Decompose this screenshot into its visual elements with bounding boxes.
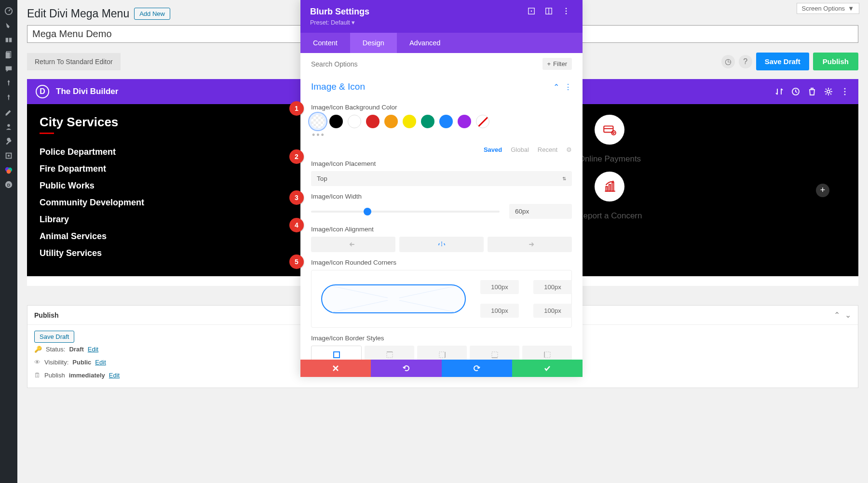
colors-recent-tab[interactable]: Recent [538,146,557,153]
svg-text:D: D [7,183,11,188]
divi-logo-icon: D [36,85,49,98]
svg-rect-33 [387,352,393,358]
gear-small-icon[interactable]: ⚙ [566,146,572,153]
align-center-button[interactable] [399,237,484,252]
placement-select[interactable]: Top ⇅ [311,171,572,186]
pin2-icon[interactable] [0,91,17,105]
undo-button[interactable] [371,360,441,377]
expand-icon[interactable] [528,7,538,17]
align-right-button[interactable] [488,237,572,252]
border-top-button[interactable] [365,346,414,360]
plugin-icon[interactable] [0,148,17,163]
pages-icon[interactable] [0,47,17,62]
copilot-icon[interactable] [0,163,17,177]
callout-5: 5 [289,255,304,269]
section-title: Image & Icon [311,81,553,92]
dashboard-icon[interactable] [0,4,17,18]
save-draft-box-button[interactable]: Save Draft [34,331,74,343]
comments-icon[interactable] [0,62,17,76]
callout-2: 2 [289,149,304,164]
search-options-input[interactable] [311,60,542,68]
media-icon[interactable] [0,33,17,47]
wp-admin-sidebar: D [0,0,17,398]
border-bottom-button[interactable] [470,346,519,360]
dock-icon[interactable] [545,7,556,17]
appearance-icon[interactable] [0,105,17,120]
svg-point-14 [827,90,830,93]
post-icon[interactable] [0,18,17,33]
preset-selector[interactable]: Preset: Default ▾ [310,19,573,26]
swatch-yellow[interactable] [403,115,416,128]
swatch-red[interactable] [366,115,380,128]
kebab-icon[interactable] [840,87,850,96]
link-corners-toggle[interactable] [321,284,466,313]
credit-card-icon [595,115,624,145]
svg-point-16 [844,91,846,93]
svg-point-5 [7,124,10,127]
svg-point-30 [566,10,567,12]
slider-thumb[interactable] [364,208,371,215]
screen-options-button[interactable]: Screen Options ▼ [797,3,859,14]
svg-point-10 [7,169,11,174]
swatch-none[interactable] [476,115,489,128]
save-draft-button[interactable]: Save Draft [756,53,809,70]
chevron-up-icon[interactable]: ⌃ [834,310,840,320]
redo-button[interactable] [442,360,512,377]
border-all-button[interactable] [311,346,362,360]
return-standard-editor-button[interactable]: Return To Standard Editor [27,53,121,70]
corner-top-left-input[interactable]: 100px [480,280,519,294]
tab-design[interactable]: Design [350,33,397,53]
border-right-button[interactable] [417,346,467,360]
gear-icon[interactable] [824,87,833,96]
border-left-button[interactable] [522,346,572,360]
callout-3: 3 [289,190,304,205]
tools-icon[interactable] [0,134,17,148]
colors-global-tab[interactable]: Global [511,146,529,153]
swatch-white[interactable] [348,115,361,128]
swatch-orange[interactable] [384,115,398,128]
divi-icon[interactable]: D [0,177,17,192]
width-slider[interactable] [311,211,500,213]
colors-saved-tab[interactable]: Saved [484,146,502,153]
kebab-icon[interactable] [562,7,573,17]
settings-panel: Blurb Settings Preset: Default ▾ Content… [300,0,583,377]
tab-advanced[interactable]: Advanced [397,33,453,53]
chevron-down-icon[interactable]: ⌄ [845,310,851,320]
status-edit-link[interactable]: Edit [88,346,98,353]
trash-icon[interactable] [807,87,817,96]
add-new-button[interactable]: Add New [134,8,170,20]
collapse-icon[interactable]: ⌃ [553,82,559,92]
swatch-purple[interactable] [458,115,471,128]
clock-icon[interactable]: ◷ [721,55,735,68]
corner-bottom-right-input[interactable]: 100px [533,304,572,318]
publish-button[interactable]: Publish [813,53,858,70]
filter-button[interactable]: +Filter [542,58,572,70]
eye-icon: 👁 [34,359,41,366]
swatch-black[interactable] [329,115,343,128]
swatch-selected[interactable] [311,115,325,128]
align-left-button[interactable] [311,237,395,252]
confirm-button[interactable] [512,360,583,377]
section-kebab-icon[interactable]: ⋮ [564,82,572,92]
more-colors-icon[interactable]: ••• [311,128,572,142]
swatch-blue[interactable] [439,115,453,128]
pin-icon[interactable] [0,76,17,91]
visibility-edit-link[interactable]: Edit [95,359,106,366]
cancel-button[interactable] [300,360,371,377]
callout-1: 1 [289,101,304,116]
history-icon[interactable] [791,87,800,96]
add-module-button[interactable]: + [816,184,829,197]
help-icon[interactable]: ? [739,55,752,68]
corner-bottom-left-input[interactable]: 100px [480,304,519,318]
publish-date-value: immediately [69,372,105,379]
width-value-input[interactable]: 60px [509,204,572,219]
tab-content[interactable]: Content [300,33,350,53]
swatch-teal[interactable] [421,115,434,128]
publish-date-edit-link[interactable]: Edit [109,372,120,379]
users-icon[interactable] [0,120,17,134]
corner-top-right-input[interactable]: 100px [533,280,572,294]
panel-title: Blurb Settings [310,7,521,17]
select-caret-icon: ⇅ [562,176,566,181]
sort-icon[interactable] [774,87,784,96]
corners-control: 100px 100px 100px 100px [311,270,572,328]
